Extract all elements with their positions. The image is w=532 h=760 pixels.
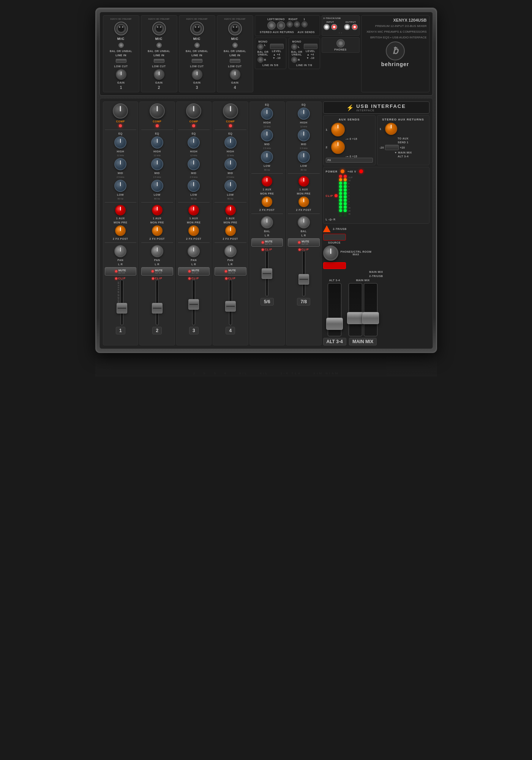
eq-mid-78[interactable]: [298, 129, 310, 141]
mono-jack-r-78: [291, 57, 297, 63]
main-mix-button[interactable]: [323, 262, 346, 269]
mute-btn-3[interactable]: MUTE ALT 3-4: [178, 267, 210, 276]
eq-high-56[interactable]: [261, 108, 273, 120]
pan-knob-56[interactable]: [261, 216, 273, 228]
eq-mid-1[interactable]: [114, 158, 126, 170]
low-cut-btn-2[interactable]: [154, 59, 164, 63]
aux2-knob-4[interactable]: [225, 225, 236, 236]
eq-high-3[interactable]: [188, 136, 200, 149]
source-button[interactable]: [323, 234, 346, 241]
aux1-knob-3[interactable]: [188, 205, 199, 215]
eq-low-78[interactable]: [298, 151, 310, 163]
fader-handle-78[interactable]: [298, 274, 309, 285]
pan-knob-4[interactable]: [224, 245, 237, 257]
mute-btn-78[interactable]: MUTE ALT 3-4: [288, 238, 320, 247]
pan-knob-1[interactable]: [114, 245, 126, 257]
fader-handle-1[interactable]: [117, 303, 127, 314]
low-cut-btn-3[interactable]: [192, 59, 202, 63]
mute-label-2: MUTE: [155, 269, 163, 272]
eq-high-1[interactable]: [114, 136, 126, 149]
aux-send-scale-2: -∞ 0 +15: [330, 155, 373, 158]
vu-n4-r: [344, 202, 347, 205]
mute-btn-1[interactable]: MUTE ALT 3-4: [105, 267, 137, 276]
pan-knob-2[interactable]: [151, 245, 163, 257]
eq-high-4[interactable]: [224, 136, 237, 149]
clip-label-3: CLIP: [191, 277, 199, 280]
fader-handle-2[interactable]: [152, 303, 163, 314]
aux2-knob-78[interactable]: [298, 196, 309, 207]
eq-mid-2[interactable]: [151, 158, 163, 170]
high-freq-78: 12 kHz: [300, 125, 307, 128]
low-label-3: LOW: [190, 193, 197, 196]
aux2-knob-1[interactable]: [115, 225, 126, 236]
fx-btn[interactable]: FX: [326, 158, 373, 163]
eq-mid-3[interactable]: [188, 158, 200, 170]
eq-high-78[interactable]: [298, 108, 310, 120]
phones-ctrl-knob[interactable]: [323, 245, 338, 261]
mute-btn-2[interactable]: MUTE ALT 3-4: [141, 267, 173, 276]
gain-knob-2[interactable]: [154, 69, 164, 80]
aux-num-1: 1: [326, 128, 330, 131]
gain-knob-3[interactable]: [192, 69, 202, 80]
eq-low-3[interactable]: [188, 180, 200, 192]
fader-track-2: [156, 280, 159, 325]
aux1-knob-2[interactable]: [152, 205, 163, 215]
pan-knob-78[interactable]: [298, 216, 310, 228]
pan-label-1: PAN: [117, 259, 123, 261]
level-btn-56[interactable]: [270, 44, 284, 49]
aux-send-knob-1[interactable]: [331, 123, 345, 136]
vu-4: [339, 188, 342, 192]
low-label-78: LOW: [300, 165, 307, 167]
gain-knob-4[interactable]: [230, 69, 240, 80]
gain-knob-1[interactable]: [116, 69, 126, 80]
stereo-aux-knob-1[interactable]: [385, 123, 397, 135]
aux1-knob-1[interactable]: [115, 205, 126, 215]
aux2-knob-2[interactable]: [152, 225, 163, 236]
aux1-knob-4[interactable]: [225, 205, 236, 215]
line-in-2: LINE IN: [153, 54, 164, 57]
source-label: SOURCE: [323, 241, 346, 244]
ts-4: [232, 43, 238, 48]
low-cut-btn-4[interactable]: [230, 59, 240, 63]
eq-low-1[interactable]: [114, 180, 126, 192]
vu-6: [339, 185, 342, 188]
aux1-knob-56[interactable]: [262, 176, 272, 187]
mute-btn-4[interactable]: MUTE ALT 3-4: [215, 267, 246, 276]
eq-high-2[interactable]: [151, 136, 163, 149]
low-cut-btn-1[interactable]: [116, 59, 126, 63]
ch-label-2: 2: [152, 327, 162, 334]
stereo-aux-level-btn[interactable]: [385, 145, 399, 150]
comp-knob-4[interactable]: [223, 103, 238, 119]
mid-label-3: MID: [191, 172, 196, 174]
vu-4-r: [344, 188, 347, 192]
vu-n30-r: [344, 215, 347, 217]
main-mix-l-handle[interactable]: [347, 312, 364, 324]
comp-label-2: COMP: [153, 120, 161, 123]
comp-knob-3[interactable]: [186, 103, 201, 119]
fader-handle-4[interactable]: [225, 301, 236, 312]
pan-knob-3[interactable]: [188, 245, 200, 257]
comp-knob-2[interactable]: [150, 103, 165, 119]
level-btn-78[interactable]: [304, 44, 317, 49]
high-freq-1: 12 kHz: [117, 154, 124, 157]
mute-btn-56[interactable]: MUTE ALT 3-4: [251, 238, 283, 247]
eq-low-56[interactable]: [261, 151, 273, 163]
eq-mid-4[interactable]: [224, 158, 237, 170]
eq-mid-56[interactable]: [261, 129, 273, 141]
vu-n30: [339, 215, 342, 217]
fader-handle-3[interactable]: [188, 299, 199, 310]
aux2-knob-56[interactable]: [262, 196, 272, 207]
alt-34-fader-handle[interactable]: [326, 318, 343, 330]
aux1-knob-78[interactable]: [298, 176, 309, 187]
mono-jack-l: [257, 44, 264, 50]
eq-low-2[interactable]: [151, 180, 163, 192]
ch-label-1: 1: [116, 327, 125, 334]
main-mix-r-handle[interactable]: [362, 312, 379, 324]
aux2-knob-3[interactable]: [188, 225, 199, 236]
aux-send-knob-2[interactable]: [331, 140, 345, 154]
vu-10-r: [344, 178, 347, 181]
comp-knob-1[interactable]: [113, 103, 128, 119]
eq-low-4[interactable]: [224, 180, 237, 192]
fader-handle-56[interactable]: [262, 268, 272, 279]
line-in-1: LINE IN: [115, 54, 126, 57]
